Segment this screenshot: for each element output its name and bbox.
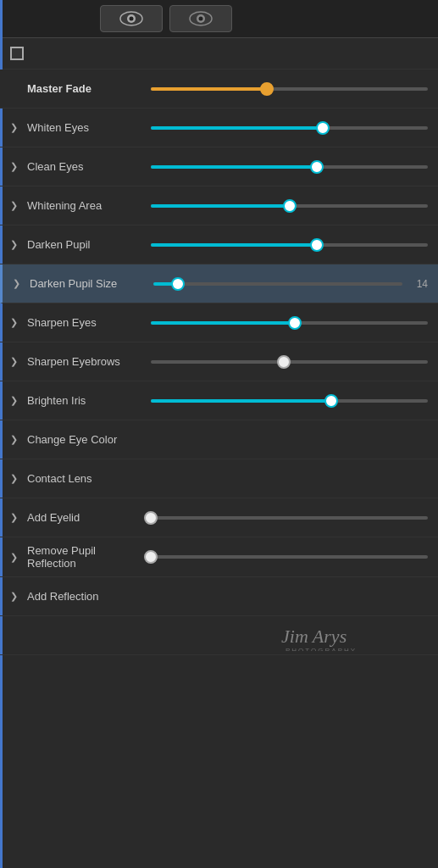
chevron-icon-darken-pupil-size: ❯ [13, 278, 25, 289]
slider-thumb-clean-eyes[interactable] [310, 160, 324, 174]
slider-container-sharpen-eyebrows[interactable] [151, 354, 428, 370]
row-label-contact-lens: Contact Lens [27, 472, 146, 485]
slider-value-darken-pupil-size: 14 [408, 278, 428, 290]
svg-text:Jim Arys: Jim Arys [281, 626, 347, 647]
row-label-change-eye-color: Change Eye Color [27, 433, 146, 446]
slider-fill-whiten-eyes [151, 126, 323, 130]
slider-fill-darken-pupil [151, 243, 317, 247]
row-contact-lens[interactable]: ❯Contact Lens [0, 459, 438, 498]
slider-thumb-master-fade[interactable] [260, 82, 274, 96]
row-darken-pupil-size[interactable]: ❯Darken Pupil Size14 [0, 264, 438, 303]
eye-off-icon [189, 11, 213, 26]
slider-thumb-darken-pupil[interactable] [310, 238, 324, 252]
svg-point-2 [130, 17, 134, 21]
slider-container-brighten-iris[interactable] [151, 393, 428, 409]
row-label-whiten-eyes: Whiten Eyes [27, 121, 146, 134]
row-label-master-fade: Master Fade [27, 82, 146, 95]
row-whiten-eyes[interactable]: ❯Whiten Eyes [0, 108, 438, 147]
row-sharpen-eyes[interactable]: ❯Sharpen Eyes [0, 303, 438, 342]
slider-track-master-fade [151, 87, 428, 91]
slider-track-sharpen-eyes [151, 321, 428, 325]
slider-track-whiten-eyes [151, 126, 428, 130]
slider-thumb-add-eyelid[interactable] [144, 511, 158, 525]
slider-track-brighten-iris [151, 399, 428, 403]
slider-container-sharpen-eyes[interactable] [151, 315, 428, 331]
slider-thumb-brighten-iris[interactable] [324, 394, 338, 408]
row-darken-pupil[interactable]: ❯Darken Pupil [0, 225, 438, 264]
top-bar [0, 0, 438, 38]
row-label-add-eyelid: Add Eyelid [27, 511, 146, 524]
slider-track-clean-eyes [151, 165, 428, 169]
row-label-brighten-iris: Brighten Iris [27, 394, 146, 407]
chevron-icon-clean-eyes: ❯ [10, 161, 22, 172]
row-add-reflection[interactable]: ❯Add Reflection [0, 577, 438, 616]
row-label-darken-pupil-size: Darken Pupil Size [30, 277, 148, 290]
chevron-icon-whitening-area: ❯ [10, 200, 22, 211]
row-label-whitening-area: Whitening Area [27, 199, 146, 212]
chevron-icon-whiten-eyes: ❯ [10, 122, 22, 133]
slider-thumb-darken-pupil-size[interactable] [171, 277, 185, 291]
slider-fill-clean-eyes [151, 165, 317, 169]
chevron-icon-darken-pupil: ❯ [10, 239, 22, 250]
row-remove-pupil-reflection[interactable]: ❯Remove Pupil Reflection [0, 537, 438, 577]
chevron-icon-contact-lens: ❯ [10, 473, 22, 484]
remove-redeye-row [0, 38, 438, 70]
slider-fill-master-fade [151, 87, 267, 91]
eye-on-button[interactable] [100, 5, 163, 32]
row-label-add-reflection: Add Reflection [27, 590, 146, 603]
slider-container-darken-pupil-size[interactable] [153, 276, 402, 292]
svg-point-5 [199, 17, 203, 21]
slider-fill-whitening-area [151, 204, 290, 208]
row-brighten-iris[interactable]: ❯Brighten Iris [0, 381, 438, 420]
rows-container: Master Fade❯Whiten Eyes❯Clean Eyes❯White… [0, 70, 438, 616]
row-clean-eyes[interactable]: ❯Clean Eyes [0, 147, 438, 186]
row-sharpen-eyebrows[interactable]: ❯Sharpen Eyebrows [0, 342, 438, 381]
chevron-icon-remove-pupil-reflection: ❯ [10, 552, 22, 563]
row-label-sharpen-eyebrows: Sharpen Eyebrows [27, 355, 146, 368]
eye-off-button[interactable] [169, 5, 232, 32]
chevron-icon-add-eyelid: ❯ [10, 512, 22, 523]
row-label-sharpen-eyes: Sharpen Eyes [27, 316, 146, 329]
row-label-clean-eyes: Clean Eyes [27, 160, 146, 173]
slider-container-master-fade[interactable] [151, 81, 428, 97]
row-change-eye-color[interactable]: ❯Change Eye Color [0, 420, 438, 459]
slider-track-whitening-area [151, 204, 428, 208]
row-master-fade[interactable]: Master Fade [0, 70, 438, 108]
slider-fill-sharpen-eyes [151, 321, 295, 325]
slider-thumb-whiten-eyes[interactable] [316, 121, 330, 135]
slider-container-clean-eyes[interactable] [151, 159, 428, 175]
chevron-icon-sharpen-eyes: ❯ [10, 317, 22, 328]
slider-thumb-sharpen-eyebrows[interactable] [277, 355, 291, 369]
remove-redeye-checkbox[interactable] [10, 47, 24, 60]
chevron-icon-brighten-iris: ❯ [10, 395, 22, 406]
row-label-remove-pupil-reflection: Remove Pupil Reflection [27, 544, 146, 570]
slider-track-darken-pupil [151, 243, 428, 247]
slider-track-sharpen-eyebrows [151, 360, 428, 364]
slider-container-whiten-eyes[interactable] [151, 120, 428, 136]
signature-area: Jim Arys PHOTOGRAPHY [0, 616, 438, 655]
slider-container-remove-pupil-reflection[interactable] [151, 549, 428, 565]
slider-track-darken-pupil-size [153, 282, 402, 286]
signature-icon: Jim Arys PHOTOGRAPHY [277, 617, 430, 651]
slider-track-add-eyelid [151, 516, 428, 520]
svg-text:PHOTOGRAPHY: PHOTOGRAPHY [286, 647, 357, 651]
slider-thumb-whitening-area[interactable] [283, 199, 297, 213]
chevron-icon-add-reflection: ❯ [10, 591, 22, 602]
chevron-icon-sharpen-eyebrows: ❯ [10, 356, 22, 367]
slider-track-remove-pupil-reflection [151, 555, 428, 559]
chevron-icon-change-eye-color: ❯ [10, 434, 22, 445]
row-whitening-area[interactable]: ❯Whitening Area [0, 186, 438, 225]
slider-container-darken-pupil[interactable] [151, 237, 428, 253]
row-label-darken-pupil: Darken Pupil [27, 238, 146, 251]
slider-container-whitening-area[interactable] [151, 198, 428, 214]
slider-container-add-eyelid[interactable] [151, 510, 428, 526]
slider-thumb-remove-pupil-reflection[interactable] [144, 550, 158, 564]
row-add-eyelid[interactable]: ❯Add Eyelid [0, 498, 438, 537]
slider-fill-brighten-iris [151, 399, 331, 403]
slider-thumb-sharpen-eyes[interactable] [288, 316, 302, 330]
eye-on-icon [119, 11, 143, 26]
